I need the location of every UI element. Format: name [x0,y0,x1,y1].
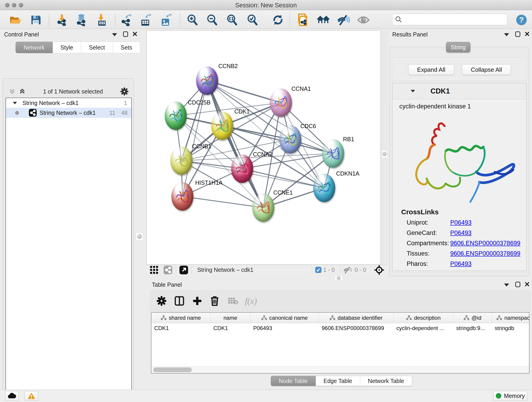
cloud-button[interactable] [5,391,19,401]
delete-table-button[interactable] [226,294,240,308]
horizontal-splitter-handle[interactable] [335,275,343,281]
control-panel-float-button[interactable] [123,32,128,38]
crosslink-link-genecard-[interactable]: P06493 [450,230,472,236]
tab-string[interactable]: String [446,42,470,52]
search-input[interactable] [402,16,500,23]
table-cell--id[interactable]: stringdb:9... [453,323,492,333]
save-session-button[interactable] [29,13,42,26]
zoom-selected-button[interactable] [246,13,259,26]
show-eye-button[interactable] [357,13,370,26]
table-cell-shared-name[interactable]: CDK1 [152,323,210,333]
add-column-button[interactable] [190,294,204,308]
network-edge[interactable] [242,169,324,188]
houses-button[interactable] [317,13,330,26]
warnings-button[interactable] [25,391,38,401]
documents-share-button[interactable] [297,13,310,26]
help-button[interactable]: ? [515,13,528,26]
network-node-ccna2[interactable] [231,154,253,183]
open-in-window-icon[interactable] [179,265,188,274]
network-edge[interactable] [182,196,263,208]
show-columns-button[interactable] [172,294,186,308]
zoom-in-button[interactable] [186,13,199,26]
table-cell-namespace[interactable]: stringdb [492,323,530,333]
network-node-ccnb2[interactable] [196,66,218,95]
expand-all-button[interactable]: Expand All [408,64,454,75]
network-node-cdc25b[interactable] [165,102,187,130]
control-tab-network[interactable]: Network [16,42,53,53]
tree-expand-arrow-icon[interactable] [13,102,17,104]
crosslink-link-compartments-[interactable]: 9606.ENSP00000378699 [450,240,520,247]
network-edge[interactable] [207,81,281,103]
scrollbar-thumb[interactable] [153,367,192,372]
table-panel-close-button[interactable]: ✕ [524,282,530,288]
crosshair-icon[interactable] [374,265,385,275]
refresh-layout-button[interactable] [272,13,284,26]
share-view-icon[interactable] [163,265,172,274]
network-node-cdkn1a[interactable] [313,174,335,202]
crosslink-link-pharos-[interactable]: P06493 [450,260,472,268]
zoom-out-button[interactable] [206,13,219,26]
export-table-button[interactable] [139,13,152,26]
function-builder-button[interactable]: f(x) [244,294,258,308]
table-tab-edge-table[interactable]: Edge Table [316,376,360,386]
table-cell-name[interactable]: CDK1 [210,323,250,333]
export-network-file-button[interactable] [120,13,133,26]
column-header-name[interactable]: name [210,313,250,323]
control-panel-close-button[interactable]: ✕ [132,32,138,37]
left-splitter-handle[interactable] [136,232,143,241]
section-collapse-arrow-icon[interactable] [411,90,415,92]
table-cell-canonical-name[interactable]: P06493 [250,323,319,333]
results-panel-float-button[interactable] [515,32,520,38]
collapse-all-button[interactable]: Collapse All [462,64,511,75]
network-edge[interactable] [207,81,263,208]
column-header-canonical-name[interactable]: canonical name [250,313,319,323]
network-node-ccne1[interactable] [252,193,274,222]
table-tab-node-table[interactable]: Node Table [271,376,316,386]
column-header-shared-name[interactable]: shared name [152,313,210,323]
network-node-ccnb1[interactable] [171,147,192,175]
network-node-cdk1[interactable] [211,112,233,140]
network-tree-child-row[interactable]: String Network – cdk1 11 48 [6,108,131,118]
import-network-file-button[interactable] [56,13,69,26]
crosslink-link-tissues-[interactable]: 9606.ENSP00000378699 [450,250,520,257]
column-header-namespace[interactable]: namespace [492,313,530,323]
table-tab-network-table[interactable]: Network Table [360,376,412,386]
gene-section-header[interactable]: CDK1 [393,83,526,99]
open-session-button[interactable] [9,13,22,26]
table-cell-description[interactable]: cyclin-dependent ... [394,323,453,333]
selected-checkbox[interactable] [315,267,322,273]
column-header-database-identifier[interactable]: database identifier [319,313,394,323]
table-settings-button[interactable] [154,294,169,308]
table-panel-menu-button[interactable] [504,283,509,287]
network-node-cdc6[interactable] [279,125,301,153]
hide-eye-button[interactable] [337,13,350,26]
column-header-description[interactable]: description [394,313,453,323]
control-tab-style[interactable]: Style [53,42,81,53]
export-image-button[interactable] [160,13,172,26]
results-panel-close-button[interactable]: ✕ [524,32,530,37]
network-tree-root-row[interactable]: String Network – cdk1 1 [6,98,131,108]
gear-icon[interactable] [120,87,128,96]
import-table-button[interactable] [95,13,108,26]
network-node-ccna1[interactable] [270,89,292,117]
network-canvas[interactable]: CCNB2CCNA1CDC25BCDK1CDC6RB1CCNB1CCNA2CDK… [147,31,381,265]
expand-all-icon[interactable] [19,88,26,95]
table-row[interactable]: CDK1CDK1P064939606.ENSP00000378699cyclin… [152,323,529,333]
control-tab-select[interactable]: Select [81,42,113,53]
hidden-eye-icon[interactable] [343,266,353,274]
memory-button[interactable]: Memory [493,391,527,401]
import-network-database-button[interactable] [75,13,88,26]
network-edge[interactable] [182,81,207,196]
network-node-hist1h1a[interactable] [171,182,193,211]
control-panel-menu-button[interactable] [112,33,117,37]
table-panel-float-button[interactable] [515,282,520,288]
control-tab-sets[interactable]: Sets [113,42,140,53]
column-header--id[interactable]: @id [453,313,492,323]
results-panel-menu-button[interactable] [504,33,509,37]
zoom-fit-button[interactable] [226,13,239,26]
network-node-rb1[interactable] [322,139,344,168]
table-hscrollbar[interactable] [152,366,529,373]
delete-column-button[interactable] [208,294,222,308]
right-splitter-handle[interactable] [381,150,387,158]
birdseye-grid-icon[interactable] [150,265,159,274]
